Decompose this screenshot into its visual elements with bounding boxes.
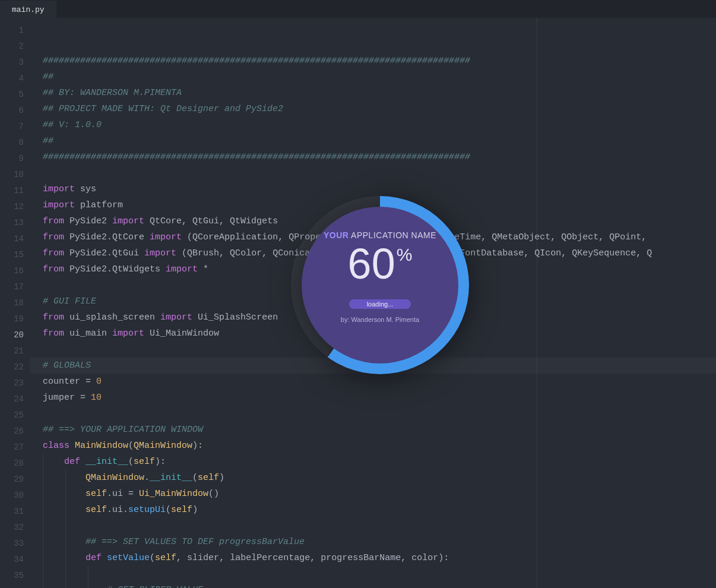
line-number: 1	[0, 23, 24, 39]
code-line[interactable]: ########################################…	[43, 53, 716, 69]
code-line[interactable]: import sys	[43, 181, 716, 197]
line-number: 6	[0, 103, 24, 119]
line-number: 15	[0, 247, 24, 263]
line-number: 14	[0, 231, 24, 247]
line-number: 9	[0, 151, 24, 167]
progress-ring-inner: YOUR APPLICATION NAME 60 % loading... by…	[302, 207, 458, 363]
line-number: 4	[0, 71, 24, 87]
code-line[interactable]	[43, 566, 716, 582]
line-number: 21	[0, 343, 24, 359]
code-line[interactable]: ########################################…	[43, 149, 716, 165]
line-number: 25	[0, 407, 24, 423]
line-number: 7	[0, 119, 24, 135]
progress-ring: YOUR APPLICATION NAME 60 % loading... by…	[291, 196, 469, 374]
file-tab[interactable]: main.py	[0, 1, 56, 18]
line-number-gutter: 1234567891011121314151617181920212223242…	[0, 18, 30, 588]
code-line[interactable]: # GET SLIDER VALUE	[43, 582, 716, 588]
line-number: 26	[0, 423, 24, 440]
code-line[interactable]: ##	[43, 69, 716, 85]
percent-display: 60 %	[348, 242, 413, 285]
code-line[interactable]	[43, 165, 716, 181]
line-number: 32	[0, 520, 24, 536]
code-line[interactable]: ## V: 1.0.0	[43, 117, 716, 133]
code-line[interactable]: ## ==> YOUR APPLICATION WINDOW	[43, 422, 716, 438]
code-line[interactable]	[43, 406, 716, 422]
splash-screen: YOUR APPLICATION NAME 60 % loading... by…	[291, 196, 475, 380]
app-title: YOUR APPLICATION NAME	[324, 230, 436, 240]
line-number: 33	[0, 536, 24, 552]
percent-symbol: %	[397, 246, 413, 264]
line-number: 24	[0, 391, 24, 407]
line-number: 2	[0, 39, 24, 55]
code-line[interactable]: self.ui.setupUi(self)	[43, 502, 716, 518]
line-number: 11	[0, 183, 24, 199]
code-line[interactable]: ## BY: WANDERSON M.PIMENTA	[43, 85, 716, 101]
line-number: 18	[0, 295, 24, 311]
code-line[interactable]: ## ==> SET VALUES TO DEF progressBarValu…	[43, 534, 716, 550]
line-number: 35	[0, 568, 24, 584]
line-number: 36	[0, 584, 24, 588]
line-number: 13	[0, 215, 24, 231]
line-number: 5	[0, 87, 24, 103]
line-number: 22	[0, 359, 24, 375]
line-number: 30	[0, 488, 24, 504]
line-number: 31	[0, 504, 24, 520]
line-number: 29	[0, 472, 24, 488]
tab-bar: main.py	[0, 0, 716, 18]
line-number: 34	[0, 552, 24, 568]
code-line[interactable]: ##	[43, 133, 716, 149]
line-number: 20	[0, 327, 24, 343]
line-number: 28	[0, 456, 24, 472]
code-line[interactable]: class MainWindow(QMainWindow):	[43, 438, 716, 454]
line-number: 12	[0, 199, 24, 215]
line-number: 27	[0, 440, 24, 456]
line-number: 17	[0, 279, 24, 295]
code-line[interactable]: jumper = 10	[43, 390, 716, 406]
percent-value: 60	[348, 242, 395, 285]
byline: by: Wanderson M. Pimenta	[341, 316, 419, 323]
line-number: 16	[0, 263, 24, 279]
line-number: 3	[0, 55, 24, 71]
code-line[interactable]: def __init__(self):	[43, 454, 716, 470]
line-number: 8	[0, 135, 24, 151]
code-line[interactable]: QMainWindow.__init__(self)	[43, 470, 716, 486]
code-line[interactable]	[43, 518, 716, 534]
app-title-rest: APPLICATION NAME	[349, 230, 436, 240]
code-line[interactable]: self.ui = Ui_MainWindow()	[43, 486, 716, 502]
line-number: 19	[0, 311, 24, 327]
line-number: 23	[0, 375, 24, 391]
line-number: 10	[0, 167, 24, 183]
loading-pill: loading...	[349, 299, 411, 309]
code-line[interactable]: def setValue(self, slider, labelPercenta…	[43, 550, 716, 566]
app-title-bold: YOUR	[324, 230, 349, 240]
code-line[interactable]: ## PROJECT MADE WITH: Qt Designer and Py…	[43, 101, 716, 117]
